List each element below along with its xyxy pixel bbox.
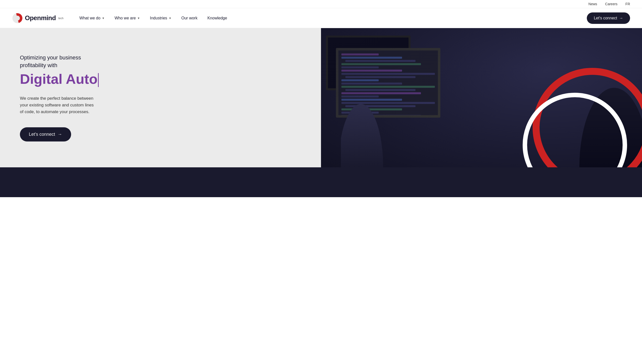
logo-brand-text: Openmind xyxy=(25,14,56,22)
nav-who-we-are[interactable]: Who we are ▼ xyxy=(111,14,144,22)
nav-knowledge[interactable]: Knowledge xyxy=(204,14,231,22)
hero-desc-line1: We create the perfect balance between xyxy=(20,96,93,101)
hero-desc-line3: of code, to automate your processes. xyxy=(20,110,90,114)
typing-cursor xyxy=(98,73,99,87)
hero-subtitle-line2: profitability with xyxy=(20,62,57,68)
hero-desc-line2: your existing software and custom lines xyxy=(20,103,94,108)
typed-word: Digital Auto xyxy=(20,71,98,87)
nav-our-work-label: Our work xyxy=(181,16,198,20)
nav-cta-label: Let's connect xyxy=(594,16,617,20)
hero-section: Optimizing your business profitability w… xyxy=(0,28,642,167)
nav-industries[interactable]: Industries ▼ xyxy=(146,14,175,22)
fr-link[interactable]: FR xyxy=(625,2,630,6)
logo-icon xyxy=(12,13,23,24)
hero-left: Optimizing your business profitability w… xyxy=(0,28,321,167)
nav-who-we-are-label: Who we are xyxy=(115,16,136,20)
nav-what-we-do-label: What we do xyxy=(79,16,100,20)
nav-knowledge-label: Knowledge xyxy=(207,16,227,20)
top-bar-links: News Careers FR xyxy=(588,2,630,6)
nav-industries-label: Industries xyxy=(150,16,167,20)
chevron-down-icon: ▼ xyxy=(168,17,171,20)
logo[interactable]: Openmindtech xyxy=(12,13,64,24)
hero-right xyxy=(321,28,642,167)
arrow-right-icon xyxy=(58,132,62,137)
nav-what-we-do[interactable]: What we do ▼ xyxy=(75,14,108,22)
careers-link[interactable]: Careers xyxy=(605,2,618,6)
footer-bar xyxy=(0,167,642,197)
chevron-down-icon: ▼ xyxy=(102,17,105,20)
hero-cta-button[interactable]: Let's connect xyxy=(20,127,71,142)
hero-subtitle: Optimizing your business profitability w… xyxy=(20,54,301,69)
hero-description: We create the perfect balance between yo… xyxy=(20,95,114,115)
hero-cta-label: Let's connect xyxy=(29,132,55,137)
nav-our-work[interactable]: Our work xyxy=(177,14,202,22)
logo-tech-suffix: tech xyxy=(58,17,64,20)
arrow-right-icon xyxy=(619,16,623,20)
chevron-down-icon: ▼ xyxy=(137,17,140,20)
svg-point-1 xyxy=(15,16,20,21)
hero-typed-text: Digital Auto xyxy=(20,71,301,87)
navbar: Openmindtech What we do ▼ Who we are ▼ I… xyxy=(0,8,642,28)
nav-links: What we do ▼ Who we are ▼ Industries ▼ O… xyxy=(75,14,587,22)
top-bar: News Careers FR xyxy=(0,0,642,8)
nav-cta-button[interactable]: Let's connect xyxy=(587,12,630,24)
hero-subtitle-line1: Optimizing your business xyxy=(20,54,81,61)
news-link[interactable]: News xyxy=(588,2,597,6)
